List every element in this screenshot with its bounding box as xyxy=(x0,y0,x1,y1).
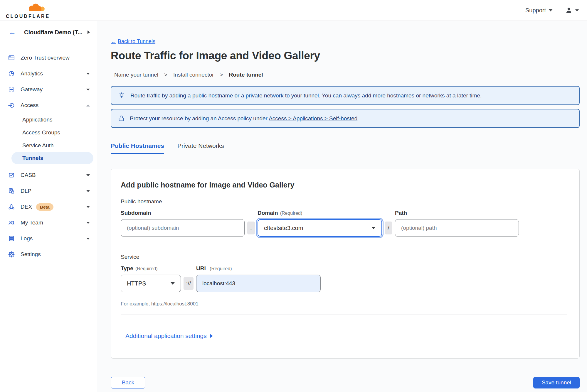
card-heading: Add public hostname for Image and Video … xyxy=(121,181,567,189)
back-arrow-icon[interactable]: ← xyxy=(9,29,16,36)
access-login-icon xyxy=(8,102,15,109)
sidebar-item-access-groups[interactable]: Access Groups xyxy=(0,126,97,139)
additional-settings-toggle[interactable]: Additional application settings xyxy=(125,332,213,339)
chevron-right-icon xyxy=(88,31,90,34)
protect-text-after: . xyxy=(357,115,359,121)
sidebar-item-label: Gateway xyxy=(21,86,43,93)
sidebar: ← Cloudflare Demo (T... Zero Trust overv… xyxy=(0,21,97,392)
support-menu[interactable]: Support xyxy=(525,7,553,14)
tip-banner-text: Route traffic by adding a public hostnam… xyxy=(130,92,482,99)
chevron-right-icon xyxy=(210,334,213,338)
service-type-select[interactable]: HTTPS xyxy=(121,275,181,292)
user-menu[interactable] xyxy=(565,6,579,14)
account-name: Cloudflare Demo (T... xyxy=(24,29,88,36)
wizard-steps: Name your tunnel > Install connector > R… xyxy=(114,72,580,78)
sidebar-item-gateway[interactable]: Gateway xyxy=(0,82,97,97)
sidebar-item-casb[interactable]: CASB xyxy=(0,167,97,183)
casb-icon xyxy=(8,172,15,179)
sidebar-item-applications[interactable]: Applications xyxy=(0,113,97,126)
back-link-label: Back to Tunnels xyxy=(118,38,155,45)
step-separator: > xyxy=(220,72,223,78)
user-icon xyxy=(565,6,573,14)
page-title: Route Traffic for Image and Video Galler… xyxy=(111,50,580,62)
gear-icon xyxy=(8,251,15,258)
chevron-down-icon xyxy=(86,206,90,208)
hostname-field-row: Subdomain . Domain(Required) cftestsite3… xyxy=(121,210,567,237)
url-example-text: For example, https://localhost:8001 xyxy=(121,301,567,307)
domain-select[interactable]: cftestsite3.com xyxy=(258,219,382,237)
tab-private-networks[interactable]: Private Networks xyxy=(177,142,224,154)
path-input[interactable] xyxy=(395,219,519,237)
sidebar-item-label: DLP xyxy=(21,188,31,194)
sidebar-item-tunnels[interactable]: Tunnels xyxy=(11,152,93,164)
sub-item-label: Tunnels xyxy=(22,155,43,161)
chevron-down-icon xyxy=(371,227,376,229)
sub-item-label: Applications xyxy=(22,116,52,123)
url-label: URL(Required) xyxy=(196,265,321,272)
back-to-tunnels-link[interactable]: ← Back to Tunnels xyxy=(111,38,155,45)
additional-settings-label: Additional application settings xyxy=(125,332,207,339)
public-hostname-card: Add public hostname for Image and Video … xyxy=(111,169,580,359)
slash-separator: / xyxy=(385,222,392,234)
sidebar-item-my-team[interactable]: My Team xyxy=(0,215,97,231)
logs-document-icon xyxy=(8,235,15,242)
chevron-down-icon xyxy=(171,282,175,285)
service-type-value: HTTPS xyxy=(127,280,146,287)
sidebar-item-dlp[interactable]: DLP xyxy=(0,183,97,199)
sidebar-item-label: Zero Trust overview xyxy=(21,55,70,61)
step-separator: > xyxy=(164,72,167,78)
cloudflare-wordmark: CLOUDFLARE xyxy=(6,14,50,19)
save-tunnel-button[interactable]: Save tunnel xyxy=(533,377,580,388)
type-required-hint: (Required) xyxy=(135,266,158,271)
top-bar: CLOUDFLARE Support xyxy=(0,0,587,21)
lightbulb-icon xyxy=(118,92,125,99)
beta-badge: Beta xyxy=(36,203,53,211)
chevron-down-icon xyxy=(86,89,90,91)
sidebar-item-settings[interactable]: Settings xyxy=(0,246,97,262)
support-label: Support xyxy=(525,7,546,14)
gateway-icon xyxy=(8,86,15,93)
service-url-input[interactable] xyxy=(196,275,321,292)
type-label: Type(Required) xyxy=(121,265,181,272)
chevron-down-icon xyxy=(86,174,90,176)
subdomain-input[interactable] xyxy=(121,219,245,237)
sidebar-item-label: My Team xyxy=(21,219,43,226)
tab-public-hostnames[interactable]: Public Hostnames xyxy=(111,142,164,154)
account-switcher[interactable]: ← Cloudflare Demo (T... xyxy=(0,21,97,44)
chevron-down-icon xyxy=(86,190,90,192)
protect-banner: Protect your resource by adding an Acces… xyxy=(111,109,580,128)
sidebar-item-analytics[interactable]: Analytics xyxy=(0,66,97,82)
wizard-footer: Back Save tunnel xyxy=(111,377,580,388)
sidebar-item-dex[interactable]: DEX Beta xyxy=(0,199,97,215)
path-label: Path xyxy=(395,210,519,216)
domain-required-hint: (Required) xyxy=(280,211,302,216)
domain-select-value: cftestsite3.com xyxy=(264,225,303,232)
browser-window-icon xyxy=(8,54,15,61)
card-divider xyxy=(121,315,567,315)
hostname-tabs: Public Hostnames Private Networks xyxy=(111,142,580,154)
subdomain-label-text: Subdomain xyxy=(121,210,151,216)
service-field-row: Type(Required) HTTPS :// URL(Required) xyxy=(121,265,567,292)
domain-label: Domain(Required) xyxy=(258,210,382,216)
sidebar-item-access[interactable]: Access xyxy=(0,97,97,113)
protect-banner-text: Protect your resource by adding an Acces… xyxy=(130,115,359,122)
path-label-text: Path xyxy=(395,210,407,216)
sidebar-item-zero-trust-overview[interactable]: Zero Trust overview xyxy=(0,50,97,66)
chevron-down-icon xyxy=(549,9,553,11)
sidebar-item-service-auth[interactable]: Service Auth xyxy=(0,139,97,152)
sidebar-item-label: Logs xyxy=(21,235,33,242)
chevron-down-icon xyxy=(86,73,90,75)
people-icon xyxy=(8,219,15,226)
url-label-text: URL xyxy=(196,265,208,271)
step-install-connector: Install connector xyxy=(173,72,214,78)
scheme-separator: :// xyxy=(184,277,194,290)
sidebar-item-logs[interactable]: Logs xyxy=(0,231,97,246)
back-button[interactable]: Back xyxy=(111,377,145,388)
url-required-hint: (Required) xyxy=(210,266,232,271)
pie-chart-icon xyxy=(8,70,15,77)
document-lock-icon xyxy=(8,187,15,195)
access-applications-selfhosted-link[interactable]: Access > Applications > Self-hosted xyxy=(269,115,357,121)
step-name-your-tunnel: Name your tunnel xyxy=(114,72,158,78)
access-subnav: Applications Access Groups Service Auth … xyxy=(0,113,97,164)
zero-trust-dashboard: CLOUDFLARE Support ← Cloudflare Demo (T.… xyxy=(0,0,587,392)
